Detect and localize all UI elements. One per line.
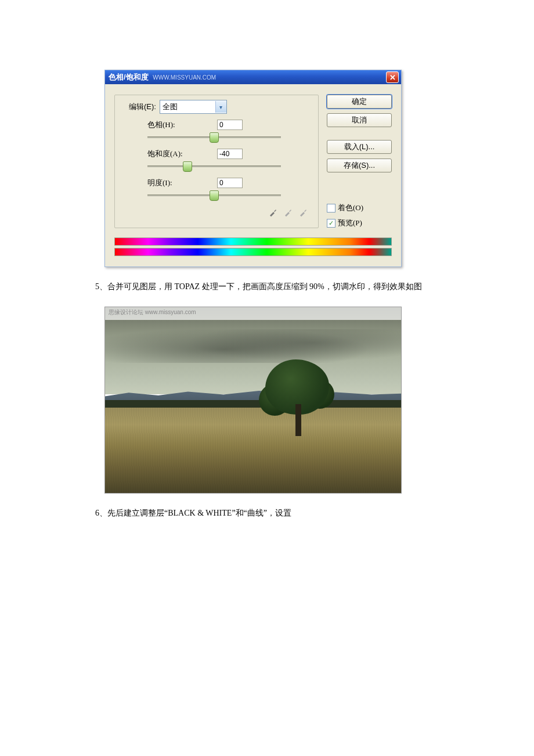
gradient-bar-bottom: [114, 248, 392, 256]
lightness-slider[interactable]: [147, 190, 281, 200]
chevron-down-icon: ▾: [215, 101, 226, 113]
preview-checkbox-row[interactable]: ✓ 预览(P): [327, 218, 392, 228]
colorize-label: 着色(O): [338, 203, 363, 213]
eyedropper-icon[interactable]: [268, 207, 279, 217]
hue-label: 色相(H):: [147, 120, 217, 130]
lightness-value-input[interactable]: [217, 178, 243, 188]
saturation-slider-thumb[interactable]: [183, 161, 192, 172]
colorize-checkbox-row[interactable]: 着色(O): [327, 203, 392, 213]
edit-label: 编辑(E):: [129, 102, 156, 112]
gradient-bar-top: [114, 237, 392, 246]
dialog-title: 色相/饱和度: [109, 73, 149, 81]
edit-dropdown-value: 全图: [163, 102, 178, 112]
colorize-checkbox[interactable]: [327, 204, 335, 213]
eyedropper-plus-icon[interactable]: [283, 207, 294, 217]
lightness-label: 明度(I):: [147, 178, 217, 188]
step-5-text: 5、合并可见图层，用 TOPAZ 处理一下，把画面高度压缩到 90%，切调水印，…: [0, 279, 534, 295]
close-icon[interactable]: ✕: [386, 71, 399, 83]
lightness-slider-thumb[interactable]: [210, 190, 219, 201]
hue-saturation-dialog: 色相/饱和度 WWW.MISSYUAN.COM ✕ 编辑(E): 全图 ▾: [104, 70, 402, 267]
eyedropper-minus-icon[interactable]: [298, 207, 309, 217]
ok-button[interactable]: 确定: [327, 95, 392, 109]
saturation-value-input[interactable]: [217, 149, 243, 159]
edit-dropdown[interactable]: 全图 ▾: [160, 100, 227, 114]
step-6-text: 6、先后建立调整层“BLACK & WHITE”和“曲线”，设置: [0, 505, 534, 521]
hue-slider-thumb[interactable]: [210, 132, 219, 143]
hue-sat-fieldset: 编辑(E): 全图 ▾ 色相(H):: [114, 95, 319, 228]
color-range-gradients: [105, 234, 401, 267]
cancel-button[interactable]: 取消: [327, 113, 392, 127]
save-button[interactable]: 存储(S)...: [327, 159, 392, 172]
load-button[interactable]: 载入(L)...: [327, 140, 392, 154]
dialog-subtitle: WWW.MISSYUAN.COM: [153, 74, 216, 81]
image-watermark: 思缘设计论坛 www.missyuan.com: [105, 307, 401, 320]
preview-label: 预览(P): [338, 218, 362, 228]
preview-checkbox[interactable]: ✓: [327, 219, 335, 228]
hue-value-input[interactable]: [217, 120, 243, 130]
titlebar[interactable]: 色相/饱和度 WWW.MISSYUAN.COM ✕: [105, 70, 401, 84]
result-image: 思缘设计论坛 www.missyuan.com: [104, 307, 402, 494]
saturation-slider[interactable]: [147, 161, 281, 171]
saturation-label: 饱和度(A):: [147, 149, 217, 159]
hue-slider[interactable]: [147, 132, 281, 142]
